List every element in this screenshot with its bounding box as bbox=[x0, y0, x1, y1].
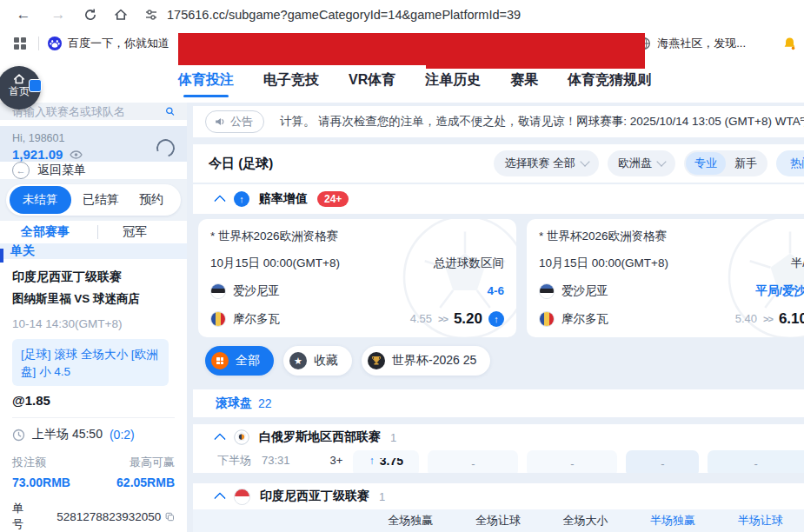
back-to-menu-button[interactable]: ← 返回菜单 bbox=[0, 162, 187, 179]
card-away-team: 摩尔多瓦 bbox=[561, 311, 608, 327]
moldova-flag-icon bbox=[539, 311, 555, 327]
collapse-chevron-icon[interactable] bbox=[214, 195, 226, 207]
league-header[interactable]: 白俄罗斯地区西部联赛 1 bbox=[193, 424, 804, 450]
new-odds: 5.20 bbox=[454, 310, 482, 328]
chevron-down-icon bbox=[656, 156, 666, 166]
competition-chips-row: 全部 ★ 收藏 世界杯-2026 25 bbox=[205, 346, 490, 376]
odds-change-arrows-icon: >> bbox=[763, 314, 773, 324]
sidebar-spacer bbox=[0, 120, 187, 126]
odds-up-icon[interactable]: ↑ bbox=[488, 311, 504, 327]
collapse-chevron-icon[interactable] bbox=[214, 492, 226, 504]
match-row: 下半场 73:31 3+ ↑ 3.75 - - - - bbox=[193, 450, 804, 473]
column-half-time-handicap[interactable]: 半场让球 bbox=[716, 513, 804, 529]
search-input[interactable] bbox=[12, 105, 165, 118]
boost-card-1[interactable]: * 世界杯2026欧洲资格赛 10月15日 00:00(GMT+8) 总进球数区… bbox=[198, 219, 516, 337]
payout-label: 最高可赢 bbox=[130, 455, 175, 470]
odds-cell-empty[interactable]: - bbox=[527, 450, 617, 473]
view-tabs-divider bbox=[97, 225, 98, 239]
mode-pro-button[interactable]: 专业 bbox=[686, 152, 726, 175]
card-selection: 4-6 bbox=[487, 284, 504, 297]
chip-all[interactable]: 全部 bbox=[205, 346, 274, 376]
league-header[interactable]: 印度尼西亚丁级联赛 1 bbox=[193, 483, 804, 509]
odds-value: 3.75 bbox=[380, 458, 403, 469]
home-widget-badge-icon bbox=[29, 79, 42, 92]
tab-unsettled[interactable]: 未结算 bbox=[10, 186, 71, 214]
hot-filter-button[interactable]: 热门 bbox=[776, 150, 804, 176]
tab-bet-history[interactable]: 注单历史 bbox=[425, 71, 481, 90]
redacted-banner bbox=[178, 33, 645, 65]
single-bet-section-label: 单关 bbox=[0, 243, 187, 259]
tab-all-matches[interactable]: 全部赛事 bbox=[21, 224, 70, 240]
refresh-balance-icon[interactable] bbox=[154, 136, 178, 161]
search-icon[interactable] bbox=[165, 104, 175, 118]
grid-icon bbox=[211, 352, 229, 369]
column-full-time-result[interactable]: 全场独赢 bbox=[367, 513, 455, 529]
tab-results[interactable]: 赛果 bbox=[510, 71, 538, 90]
chip-favorites-label: 收藏 bbox=[314, 353, 338, 369]
notification-bell-icon[interactable] bbox=[782, 37, 797, 51]
card-league: * 世界杯2026欧洲资格赛 bbox=[210, 229, 504, 244]
tab-vr-sports[interactable]: VR体育 bbox=[349, 71, 395, 90]
address-bar[interactable]: 175616.cc/subgame?gameCategoryId=14&game… bbox=[167, 8, 521, 22]
column-half-time-result[interactable]: 半场独赢 bbox=[629, 513, 717, 529]
redacted-banner-strip bbox=[426, 65, 645, 69]
balance-amount: 1,921.09 bbox=[12, 147, 63, 162]
tab-sports-betting[interactable]: 体育投注 bbox=[178, 71, 234, 90]
league-match-count: 1 bbox=[379, 490, 385, 503]
apps-grid-icon[interactable] bbox=[14, 37, 26, 50]
bet-filter-tabs: 未结算 已结算 预约 bbox=[6, 184, 181, 216]
match-line: 3+ bbox=[330, 450, 343, 471]
odds-cell-live[interactable]: ↑ 3.75 bbox=[353, 450, 419, 473]
tab-outright[interactable]: 冠军 bbox=[123, 224, 147, 240]
ticket-divider bbox=[12, 417, 175, 418]
tab-reserved[interactable]: 预约 bbox=[130, 192, 172, 208]
mode-novice-button[interactable]: 新手 bbox=[728, 156, 764, 171]
browser-home-icon[interactable] bbox=[113, 7, 129, 23]
betting-site-page: ← → 175616.cc/subgame?gameCategoryId=14&… bbox=[0, 0, 804, 532]
boost-cards-row: * 世界杯2026欧洲资格赛 10月15日 00:00(GMT+8) 总进球数区… bbox=[198, 219, 804, 337]
tab-settled[interactable]: 已结算 bbox=[74, 192, 128, 208]
live-betting-label: 滚球盘 bbox=[216, 396, 252, 411]
tab-esports[interactable]: 电子竞技 bbox=[263, 71, 319, 90]
tab-betting-rules[interactable]: 体育竞猜规则 bbox=[568, 71, 651, 90]
odds-cell-empty[interactable]: - bbox=[708, 450, 804, 473]
league-section-belarus: 白俄罗斯地区西部联赛 1 下半场 73:31 3+ ↑ 3.75 bbox=[193, 424, 804, 473]
card-home-team: 爱沙尼亚 bbox=[561, 283, 608, 299]
browser-toolbar: ← → 175616.cc/subgame?gameCategoryId=14&… bbox=[0, 0, 804, 30]
browser-forward-icon[interactable]: → bbox=[49, 6, 68, 23]
payout-value: 62.05RMB bbox=[116, 475, 175, 489]
collapse-chevron-icon[interactable] bbox=[214, 433, 226, 445]
live-betting-bar[interactable]: 滚球盘 22 bbox=[193, 389, 804, 417]
card-market: 总进球数区间 bbox=[434, 256, 504, 271]
chip-world-cup[interactable]: 世界杯-2026 25 bbox=[362, 346, 490, 376]
market-filter-dropdown[interactable]: 欧洲盘 bbox=[608, 150, 675, 176]
copy-icon[interactable] bbox=[165, 511, 175, 522]
old-odds: 5.40 bbox=[735, 312, 757, 325]
odds-change-arrows-icon: >> bbox=[438, 314, 448, 324]
boost-card-2[interactable]: * 世界杯2026欧洲资格赛 10月15日 00:00(GMT+8) 半/全场 … bbox=[527, 219, 804, 337]
league-name: 印度尼西亚丁级联赛 bbox=[260, 489, 369, 504]
back-to-menu-label: 返回菜单 bbox=[37, 163, 86, 178]
ticket-odds: @1.85 bbox=[12, 393, 175, 408]
match-period: 下半场 bbox=[217, 450, 251, 471]
odds-cell-empty[interactable]: - bbox=[428, 450, 518, 473]
column-full-time-handicap[interactable]: 全场让球 bbox=[455, 513, 542, 529]
eye-icon[interactable] bbox=[70, 150, 83, 160]
market-column-headers: 全场独赢 全场让球 全场大小 半场独赢 半场让球 bbox=[193, 509, 804, 532]
user-balance-card: Hi, 198601 1,921.09 bbox=[0, 126, 187, 162]
browser-back-icon[interactable]: ← bbox=[14, 6, 33, 23]
chip-favorites[interactable]: ★ 收藏 bbox=[283, 346, 352, 376]
announcement-pill[interactable]: 公告 bbox=[205, 110, 264, 133]
open-bet-ticket: 印度尼西亚丁级联赛 图纳斯里福 VS 球迷商店 10-14 14:30(GMT+… bbox=[0, 259, 187, 532]
browser-reload-icon[interactable] bbox=[83, 8, 97, 22]
bookmark-baidu[interactable]: 百度一下，你就知道 bbox=[48, 36, 169, 51]
site-controls-icon[interactable] bbox=[144, 8, 158, 22]
league-filter-dropdown[interactable]: 选择联赛 全部 bbox=[494, 150, 599, 176]
column-full-time-over-under[interactable]: 全场大小 bbox=[542, 513, 629, 529]
card-selection: 平局/爱沙尼亚 bbox=[755, 283, 804, 299]
back-circle-icon: ← bbox=[12, 162, 30, 179]
star-icon: ★ bbox=[289, 352, 307, 369]
bookmark-haiyan[interactable]: 海燕社区，发现... bbox=[637, 36, 746, 51]
odds-cell-empty[interactable]: - bbox=[626, 450, 699, 473]
estonia-flag-icon bbox=[210, 283, 226, 299]
